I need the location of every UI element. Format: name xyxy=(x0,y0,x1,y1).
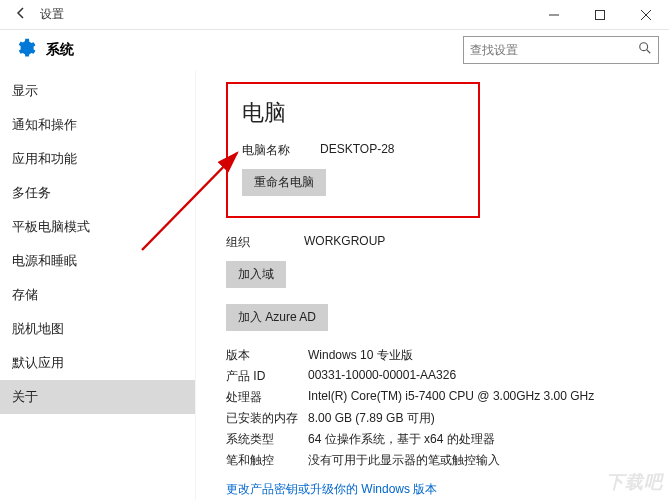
maximize-button[interactable] xyxy=(577,0,623,30)
sidebar-item-0[interactable]: 显示 xyxy=(0,74,195,108)
sidebar-item-9[interactable]: 关于 xyxy=(0,380,195,414)
rename-pc-button[interactable]: 重命名电脑 xyxy=(242,169,326,196)
sidebar-item-2[interactable]: 应用和功能 xyxy=(0,142,195,176)
pc-name-label: 电脑名称 xyxy=(242,142,320,159)
section-title-pc: 电脑 xyxy=(242,98,464,128)
gear-icon xyxy=(14,37,36,63)
edition-label: 版本 xyxy=(226,347,308,364)
window-title: 设置 xyxy=(40,6,64,23)
search-icon xyxy=(638,41,652,59)
annotation-highlight: 电脑 电脑名称 DESKTOP-28 重命名电脑 xyxy=(226,82,480,218)
svg-point-1 xyxy=(640,43,648,51)
pc-name-value: DESKTOP-28 xyxy=(320,142,394,159)
processor-label: 处理器 xyxy=(226,389,308,406)
processor-value: Intel(R) Core(TM) i5-7400 CPU @ 3.00GHz … xyxy=(308,389,647,406)
ram-label: 已安装的内存 xyxy=(226,410,308,427)
product-id-label: 产品 ID xyxy=(226,368,308,385)
sidebar-item-1[interactable]: 通知和操作 xyxy=(0,108,195,142)
sidebar-item-3[interactable]: 多任务 xyxy=(0,176,195,210)
sidebar-item-7[interactable]: 脱机地图 xyxy=(0,312,195,346)
org-value: WORKGROUP xyxy=(304,234,385,251)
close-button[interactable] xyxy=(623,0,669,30)
link-upgrade[interactable]: 更改产品密钥或升级你的 Windows 版本 xyxy=(226,481,647,498)
sidebar-item-8[interactable]: 默认应用 xyxy=(0,346,195,380)
watermark: 下载吧 xyxy=(606,470,663,494)
join-domain-button[interactable]: 加入域 xyxy=(226,261,286,288)
org-label: 组织 xyxy=(226,234,304,251)
sidebar-item-4[interactable]: 平板电脑模式 xyxy=(0,210,195,244)
edition-value: Windows 10 专业版 xyxy=(308,347,647,364)
search-input[interactable] xyxy=(470,43,638,57)
back-button[interactable] xyxy=(14,6,28,23)
minimize-button[interactable] xyxy=(531,0,577,30)
sidebar-item-5[interactable]: 电源和睡眠 xyxy=(0,244,195,278)
sidebar-item-6[interactable]: 存储 xyxy=(0,278,195,312)
search-box[interactable] xyxy=(463,36,659,64)
content-area: 电脑 电脑名称 DESKTOP-28 重命名电脑 组织 WORKGROUP 加入… xyxy=(196,70,669,500)
sidebar: 显示通知和操作应用和功能多任务平板电脑模式电源和睡眠存储脱机地图默认应用关于 xyxy=(0,70,196,500)
ram-value: 8.00 GB (7.89 GB 可用) xyxy=(308,410,647,427)
pen-touch-label: 笔和触控 xyxy=(226,452,308,469)
join-azure-button[interactable]: 加入 Azure AD xyxy=(226,304,328,331)
svg-rect-0 xyxy=(596,10,605,19)
system-type-value: 64 位操作系统，基于 x64 的处理器 xyxy=(308,431,647,448)
product-id-value: 00331-10000-00001-AA326 xyxy=(308,368,647,385)
system-type-label: 系统类型 xyxy=(226,431,308,448)
pen-touch-value: 没有可用于此显示器的笔或触控输入 xyxy=(308,452,647,469)
page-title: 系统 xyxy=(46,41,74,59)
